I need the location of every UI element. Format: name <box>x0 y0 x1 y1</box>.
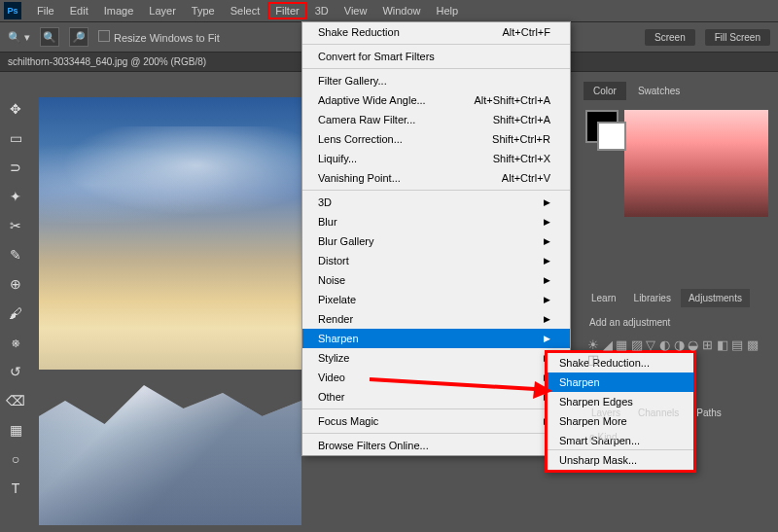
filter-item-blur-gallery[interactable]: Blur Gallery▶ <box>302 231 570 251</box>
menu-file[interactable]: File <box>29 2 62 19</box>
filter-item-sharpen[interactable]: Sharpen▶ <box>302 329 570 348</box>
filter-item-distort[interactable]: Distort▶ <box>302 251 570 270</box>
add-adjustment-label: Add an adjustment <box>580 311 774 334</box>
filter-item-liquify-[interactable]: Liquify...Shift+Ctrl+X <box>302 149 570 168</box>
filter-item-video[interactable]: Video▶ <box>302 368 570 387</box>
libraries-tab[interactable]: Libraries <box>626 289 679 307</box>
menu-window[interactable]: Window <box>374 2 428 19</box>
menu-layer[interactable]: Layer <box>141 2 184 19</box>
menubar: Ps FileEditImageLayerTypeSelectFilter3DV… <box>0 0 778 22</box>
zoom-out-icon[interactable]: 🔎 <box>69 27 88 47</box>
menu-3d[interactable]: 3D <box>307 2 336 19</box>
resize-checkbox[interactable]: Resize Windows to Fit <box>98 30 220 44</box>
filter-item-adaptive-wide-angle-[interactable]: Adaptive Wide Angle...Alt+Shift+Ctrl+A <box>302 90 570 110</box>
screen-button[interactable]: Screen <box>645 29 695 46</box>
filter-item-other[interactable]: Other▶ <box>302 387 570 407</box>
menu-filter[interactable]: Filter <box>267 2 306 19</box>
marquee-tool-icon[interactable]: ▭ <box>4 126 27 150</box>
stamp-tool-icon[interactable]: ⎈ <box>4 331 27 354</box>
filter-item-camera-raw-filter-[interactable]: Camera Raw Filter...Shift+Ctrl+A <box>302 110 570 129</box>
filter-item-render[interactable]: Render▶ <box>302 309 570 329</box>
document-canvas <box>39 97 301 525</box>
heal-tool-icon[interactable]: ⊕ <box>4 272 27 296</box>
eyedropper-tool-icon[interactable]: ✎ <box>4 243 27 266</box>
lasso-tool-icon[interactable]: ⊃ <box>4 156 27 179</box>
paths-tab[interactable]: Paths <box>689 404 729 422</box>
menu-help[interactable]: Help <box>429 2 467 19</box>
zoom-in-icon[interactable]: 🔍 <box>40 27 59 47</box>
filter-item-filter-gallery-[interactable]: Filter Gallery... <box>302 71 570 90</box>
move-tool-icon[interactable]: ✥ <box>4 97 27 121</box>
filter-item-vanishing-point-[interactable]: Vanishing Point...Alt+Ctrl+V <box>302 168 570 188</box>
crop-tool-icon[interactable]: ✂ <box>4 214 27 237</box>
menu-select[interactable]: Select <box>223 2 268 19</box>
type-tool-icon[interactable]: T <box>4 477 27 500</box>
zoom-tool-icon[interactable]: 🔍 ▾ <box>8 31 30 44</box>
menu-image[interactable]: Image <box>96 2 142 19</box>
ps-logo: Ps <box>4 2 21 19</box>
filter-item-convert-for-smart-filters[interactable]: Convert for Smart Filters <box>302 47 570 66</box>
menu-view[interactable]: View <box>336 2 375 19</box>
sharpen-item-unsharp-mask[interactable]: Unsharp Mask... <box>548 449 693 470</box>
tools-panel: ✥ ▭ ⊃ ✦ ✂ ✎ ⊕ 🖌 ⎈ ↺ ⌫ ▦ ○ T <box>4 97 35 500</box>
filter-item-browse-filters-online-[interactable]: Browse Filters Online... <box>302 436 570 455</box>
filter-item-lens-correction-[interactable]: Lens Correction...Shift+Ctrl+R <box>302 129 570 149</box>
mountain-image-area <box>39 370 301 525</box>
right-panels: Color Swatches Learn Libraries Adjustmen… <box>580 78 774 448</box>
wand-tool-icon[interactable]: ✦ <box>4 185 27 208</box>
swatches-tab[interactable]: Swatches <box>628 82 690 100</box>
blur-tool-icon[interactable]: ○ <box>4 447 27 471</box>
filter-item-pixelate[interactable]: Pixelate▶ <box>302 290 570 309</box>
adjustments-tab[interactable]: Adjustments <box>681 289 750 307</box>
menu-type[interactable]: Type <box>184 2 223 19</box>
foreground-background-swatch[interactable] <box>585 110 619 143</box>
filter-menu-dropdown: Shake ReductionAlt+Ctrl+FConvert for Sma… <box>301 21 571 456</box>
filter-item-shake-reduction[interactable]: Shake ReductionAlt+Ctrl+F <box>302 22 570 42</box>
eraser-tool-icon[interactable]: ⌫ <box>4 389 27 412</box>
filter-item-noise[interactable]: Noise▶ <box>302 270 570 290</box>
color-picker-gradient[interactable] <box>624 110 768 217</box>
adjustment-icons[interactable]: ☀ ◢ ▦ ▨ ▽ ◐ ◑ ◒ ⊞ ◧ ▤ ▩ ◫ <box>580 334 774 371</box>
gradient-tool-icon[interactable]: ▦ <box>4 418 27 442</box>
filter-item-stylize[interactable]: Stylize▶ <box>302 348 570 368</box>
channels-tab[interactable]: Channels <box>630 404 687 422</box>
learn-tab[interactable]: Learn <box>584 289 624 307</box>
brush-tool-icon[interactable]: 🖌 <box>4 301 27 325</box>
layers-tab[interactable]: Layers <box>584 404 628 422</box>
kind-label: ρ Kind <box>580 426 774 448</box>
color-tab[interactable]: Color <box>584 82 626 100</box>
filter-item-focus-magic[interactable]: Focus Magic▶ <box>302 411 570 431</box>
history-brush-icon[interactable]: ↺ <box>4 360 27 383</box>
sky-image-area <box>39 97 301 370</box>
filter-item-3d[interactable]: 3D▶ <box>302 193 570 212</box>
filter-item-blur[interactable]: Blur▶ <box>302 212 570 231</box>
menu-edit[interactable]: Edit <box>62 2 96 19</box>
fill-screen-button[interactable]: Fill Screen <box>705 29 770 46</box>
